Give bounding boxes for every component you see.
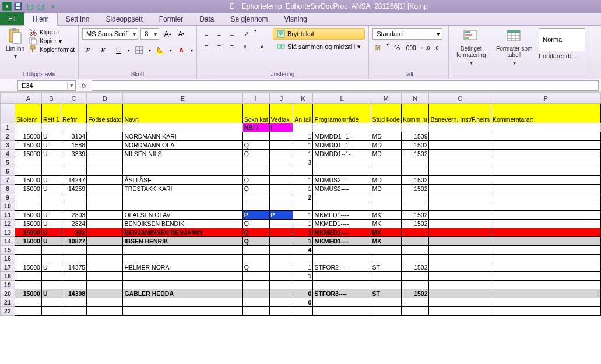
cell-E6[interactable] <box>123 167 242 176</box>
cell-K9[interactable]: 2 <box>293 193 313 202</box>
cell-I20[interactable] <box>242 289 269 298</box>
grow-font-icon[interactable]: A▴ <box>161 28 173 40</box>
cell-D10[interactable] <box>87 202 123 211</box>
row-header-18[interactable]: 18 <box>1 272 15 281</box>
row-header-1[interactable] <box>1 104 15 123</box>
col-header-L[interactable]: L <box>313 93 371 104</box>
align-left-icon[interactable]: ≡ <box>201 41 212 52</box>
cell-P15[interactable] <box>491 246 601 255</box>
row-header-14[interactable]: 14 <box>1 237 15 246</box>
cell-C4[interactable]: 3339 <box>61 150 86 158</box>
cell-O6[interactable] <box>429 167 491 176</box>
cell-C3[interactable]: 1588 <box>61 141 86 150</box>
cell-E21[interactable] <box>123 298 242 307</box>
cell-N15[interactable] <box>401 246 429 255</box>
cell-C2[interactable]: 3104 <box>61 132 86 141</box>
cell-N22[interactable] <box>401 307 429 316</box>
header-N[interactable]: Komm nr <box>401 104 429 123</box>
cell-N9[interactable] <box>401 193 429 202</box>
cell-A1[interactable] <box>15 123 41 132</box>
cell-P13[interactable] <box>491 228 601 237</box>
cell-L7[interactable]: MDMUS2---- <box>313 176 371 185</box>
cell-M4[interactable]: MD <box>371 150 401 158</box>
cell-A6[interactable] <box>15 167 41 176</box>
cell-J6[interactable] <box>269 167 293 176</box>
cell-B21[interactable] <box>41 298 61 307</box>
cell-D17[interactable] <box>87 263 123 272</box>
cell-K5[interactable]: 3 <box>293 158 313 167</box>
row-header-9[interactable]: 9 <box>1 193 15 202</box>
cell-M11[interactable]: MK <box>371 211 401 220</box>
cell-D1[interactable] <box>87 123 123 132</box>
cell-M19[interactable] <box>371 281 401 289</box>
cell-style-explain[interactable]: Forklarende . <box>539 52 585 59</box>
cell-N1[interactable] <box>401 123 429 132</box>
header-K[interactable]: An tall <box>293 104 313 123</box>
cell-P3[interactable] <box>491 141 601 150</box>
cell-M3[interactable]: MD <box>371 141 401 150</box>
align-bottom-icon[interactable]: ≡ <box>226 28 238 40</box>
cell-D12[interactable] <box>87 220 123 228</box>
cell-L16[interactable] <box>313 255 371 263</box>
cell-N4[interactable]: 1502 <box>401 150 429 158</box>
cell-B14[interactable]: U <box>41 237 61 246</box>
cell-B22[interactable] <box>41 307 61 316</box>
cell-M14[interactable]: MK <box>371 237 401 246</box>
header-B[interactable]: Rett 1 <box>41 104 61 123</box>
cell-O2[interactable] <box>429 132 491 141</box>
cell-A16[interactable] <box>15 255 41 263</box>
cell-N2[interactable]: 1539 <box>401 132 429 141</box>
header-E[interactable]: Navn <box>123 104 242 123</box>
font-name-combo[interactable]: MS Sans Serif▾ <box>82 28 138 40</box>
align-center-icon[interactable]: ≡ <box>213 41 225 52</box>
cell-C20[interactable]: 14398 <box>61 289 86 298</box>
cell-I10[interactable] <box>242 202 269 211</box>
cell-J17[interactable] <box>269 263 293 272</box>
cell-O17[interactable] <box>429 263 491 272</box>
row-header-15[interactable]: 15 <box>1 246 15 255</box>
cell-N5[interactable] <box>401 158 429 167</box>
cell-N12[interactable]: 1502 <box>401 220 429 228</box>
cell-C11[interactable]: 2803 <box>61 211 86 220</box>
cell-P14[interactable] <box>491 237 601 246</box>
cell-N8[interactable]: 1502 <box>401 185 429 193</box>
cell-E19[interactable] <box>123 281 242 289</box>
cell-N11[interactable]: 1502 <box>401 211 429 220</box>
cell-N17[interactable]: 1502 <box>401 263 429 272</box>
row-header-16[interactable]: 16 <box>1 255 15 263</box>
cell-L4[interactable]: MDMDD1--1- <box>313 150 371 158</box>
border-button[interactable] <box>133 44 145 56</box>
tab-formulas[interactable]: Formler <box>151 13 191 25</box>
cell-L14[interactable]: MKMED1---- <box>313 237 371 246</box>
cell-D16[interactable] <box>87 255 123 263</box>
cell-M6[interactable] <box>371 167 401 176</box>
cell-B19[interactable] <box>41 281 61 289</box>
worksheet-grid[interactable]: ABCDEIJKLMNOPSkolenrRett 1RefnrFodselsda… <box>0 92 601 364</box>
cell-B17[interactable]: U <box>41 263 61 272</box>
cell-D13[interactable] <box>87 228 123 237</box>
cell-J4[interactable] <box>269 150 293 158</box>
comma-style-icon[interactable]: 000 <box>405 42 417 54</box>
align-top-icon[interactable]: ≡ <box>201 28 212 40</box>
cell-L13[interactable]: MKMED1---- <box>313 228 371 237</box>
cell-A5[interactable] <box>15 158 41 167</box>
cell-E11[interactable]: OLAFSEN OLAV <box>123 211 242 220</box>
row-header-3[interactable]: 3 <box>1 141 15 150</box>
cell-E18[interactable] <box>123 272 242 281</box>
cell-C8[interactable]: 14259 <box>61 185 86 193</box>
cell-M21[interactable] <box>371 298 401 307</box>
cell-C19[interactable] <box>61 281 86 289</box>
cell-J13[interactable] <box>269 228 293 237</box>
cell-N10[interactable] <box>401 202 429 211</box>
header-C[interactable]: Refnr <box>61 104 86 123</box>
cell-I6[interactable] <box>242 167 269 176</box>
col-header-D[interactable]: D <box>87 93 123 104</box>
cell-P22[interactable] <box>491 307 601 316</box>
cell-D15[interactable] <box>87 246 123 255</box>
cell-M15[interactable] <box>371 246 401 255</box>
cell-E15[interactable] <box>123 246 242 255</box>
col-header-A[interactable]: A <box>15 93 41 104</box>
cell-K16[interactable] <box>293 255 313 263</box>
cell-C10[interactable] <box>61 202 86 211</box>
fx-icon[interactable]: fx <box>82 82 87 89</box>
